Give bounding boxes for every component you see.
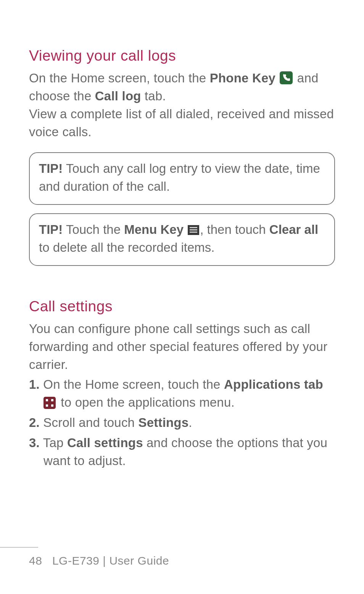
label-phone-key: Phone Key bbox=[210, 71, 275, 85]
text-span: tab. bbox=[141, 89, 166, 103]
model-number: LG-E739 bbox=[52, 554, 100, 567]
step-number: 3. bbox=[29, 436, 40, 450]
label-call-log: Call log bbox=[95, 89, 141, 103]
phone-icon bbox=[280, 71, 293, 84]
step-3: 3. Tap Call settings and choose the opti… bbox=[29, 434, 335, 470]
text-span: On the Home screen, touch the bbox=[29, 71, 210, 85]
apps-icon bbox=[43, 397, 56, 409]
step-number: 2. bbox=[29, 415, 40, 430]
footer-divider: | bbox=[99, 554, 109, 567]
tip-box-1: TIP! Touch any call log entry to view th… bbox=[29, 152, 335, 205]
text-span: On the Home screen, touch the bbox=[40, 377, 224, 391]
text-span: to delete all the recorded items. bbox=[39, 240, 214, 254]
text-span: to open the applications menu. bbox=[57, 395, 235, 409]
menu-icon bbox=[188, 225, 199, 235]
text-span: , then touch bbox=[200, 222, 269, 237]
label-menu-key: Menu Key bbox=[124, 222, 184, 237]
step-number: 1. bbox=[29, 377, 40, 391]
tip-label: TIP! bbox=[39, 222, 63, 237]
page-number: 48 bbox=[29, 554, 42, 567]
text-span: Touch the bbox=[63, 222, 124, 237]
section-heading-call-settings: Call settings bbox=[29, 298, 335, 315]
section-heading-call-logs: Viewing your call logs bbox=[29, 47, 335, 64]
tip-box-2: TIP! Touch the Menu Key , then touch Cle… bbox=[29, 213, 335, 266]
page-footer: 48 LG-E739 | User Guide bbox=[29, 554, 169, 567]
step-2: 2. Scroll and touch Settings. bbox=[29, 414, 335, 432]
text-span: . bbox=[188, 415, 192, 430]
label-applications-tab: Applications tab bbox=[224, 377, 323, 391]
tip-text: Touch any call log entry to view the dat… bbox=[39, 161, 320, 193]
text-span: Scroll and touch bbox=[40, 415, 139, 430]
label-clear-all: Clear all bbox=[269, 222, 318, 237]
paragraph-view-complete: View a complete list of all dialed, rece… bbox=[29, 105, 335, 141]
tip-label: TIP! bbox=[39, 161, 63, 175]
label-call-settings-step: Call settings bbox=[67, 436, 143, 450]
label-settings: Settings bbox=[139, 415, 189, 430]
paragraph-call-logs-intro: On the Home screen, touch the Phone Key … bbox=[29, 69, 335, 105]
footer-rule bbox=[0, 547, 38, 547]
step-1: 1. On the Home screen, touch the Applica… bbox=[29, 376, 335, 412]
doc-title: User Guide bbox=[109, 554, 169, 567]
text-span: Tap bbox=[40, 436, 67, 450]
paragraph-call-settings-intro: You can configure phone call settings su… bbox=[29, 320, 335, 374]
